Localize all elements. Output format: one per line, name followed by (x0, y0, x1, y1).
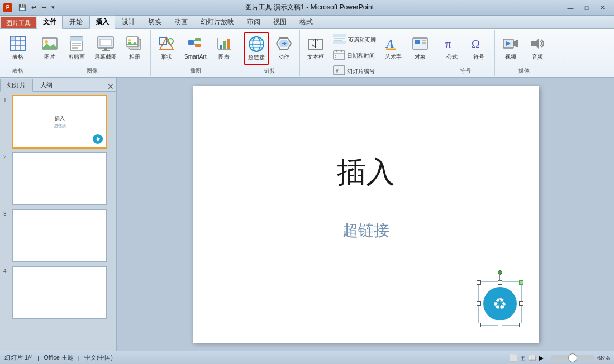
picture-button[interactable]: 图片 (37, 32, 62, 65)
group-illustration-label: 插图 (154, 66, 236, 75)
tab-outline[interactable]: 大纲 (33, 79, 60, 91)
recycle-circle: ♻ (483, 287, 517, 320)
wordart-button[interactable]: A 艺术字 (381, 32, 406, 65)
svg-rect-58 (334, 66, 345, 75)
textbox-button[interactable]: A 文本框 (303, 32, 328, 65)
tab-slides[interactable]: 幻灯片 (0, 79, 33, 92)
wordart-icon: A (384, 35, 402, 52)
handle-mr[interactable] (519, 301, 523, 306)
table-icon (9, 35, 27, 52)
audio-button[interactable]: 音频 (525, 32, 550, 65)
datetime-button[interactable]: 5 日期和时间 (330, 48, 379, 63)
slidenum-icon: # (333, 65, 345, 77)
svg-text:#: # (336, 68, 339, 74)
svg-text:5: 5 (335, 55, 336, 58)
zoom-level: 66% (597, 355, 610, 361)
recycle-icon-container[interactable]: ♻ (478, 281, 522, 326)
view-slide-sorter-button[interactable]: ⊞ (520, 354, 526, 362)
formula-button[interactable]: π 公式 (440, 32, 464, 65)
clipart-button[interactable]: 剪贴画 (64, 32, 89, 65)
symbol-icon: Ω (470, 35, 488, 52)
statusbar: 幻灯片 1/4 | Office 主题 | 中文(中国) ⬜ ⊞ 📖 ▶ 66% (0, 351, 614, 364)
svg-rect-20 (127, 37, 138, 47)
handle-tm[interactable] (498, 280, 502, 285)
zoom-slider[interactable] (550, 355, 595, 361)
slide-thumb-3: 3 (3, 209, 113, 262)
tab-format[interactable]: 格式 (293, 15, 319, 28)
close-button[interactable]: ✕ (595, 3, 611, 13)
svg-line-28 (194, 40, 195, 42)
slide-canvas[interactable]: 插入 超链接 ♻ (193, 86, 539, 343)
textbox-label: 文本框 (307, 54, 324, 60)
slide-thumb-img-4[interactable] (12, 266, 107, 319)
slide-num-2: 2 (3, 154, 10, 160)
datetime-icon: 5 (333, 50, 345, 61)
slide-thumb-img-2[interactable] (12, 152, 107, 205)
wordart-label: 艺术字 (385, 54, 402, 60)
group-media: 视频 音频 媒体 (495, 30, 553, 76)
slide-title: 插入 (337, 153, 395, 192)
handle-bm[interactable] (498, 323, 502, 327)
group-table-items: 表格 (6, 31, 30, 66)
tab-view[interactable]: 视图 (267, 15, 293, 28)
hyperlink-icon (247, 35, 265, 53)
undo-quick[interactable]: ↩ (30, 3, 38, 12)
slidenum-button[interactable]: # 幻灯片编号 (330, 64, 379, 79)
object-label: 对象 (415, 54, 426, 60)
tab-transition[interactable]: 切换 (142, 15, 168, 28)
hyperlink-button[interactable]: 超链接 (244, 32, 269, 65)
svg-text:Ω: Ω (472, 38, 480, 50)
action-button[interactable]: 动作 (272, 32, 296, 65)
tab-animation[interactable]: 动画 (168, 15, 194, 28)
tab-review[interactable]: 审阅 (241, 15, 266, 28)
window-controls: — □ ✕ (563, 3, 611, 13)
slide-thumb-img-3[interactable] (12, 209, 107, 262)
symbol-button[interactable]: Ω 符号 (467, 32, 491, 65)
object-icon (411, 35, 429, 52)
save-quick[interactable]: 💾 (17, 3, 28, 12)
handle-br[interactable] (519, 323, 523, 327)
svg-rect-27 (195, 44, 201, 47)
album-button[interactable]: 相册 (122, 32, 147, 65)
shape-button[interactable]: 形状 (154, 32, 179, 65)
view-normal-button[interactable]: ⬜ (510, 354, 518, 362)
group-table: 表格 表格 (2, 30, 34, 76)
tab-slideshow[interactable]: 幻灯片放映 (194, 15, 240, 28)
tab-pic-tools[interactable]: 图片工具 (1, 17, 36, 28)
video-button[interactable]: 视频 (498, 32, 523, 65)
close-panel-button[interactable]: ✕ (105, 82, 116, 91)
table-button[interactable]: 表格 (6, 32, 30, 65)
chart-button[interactable]: 图表 (212, 32, 236, 65)
tab-insert[interactable]: 插入 (89, 15, 115, 29)
handle-tr[interactable] (519, 280, 523, 285)
object-button[interactable]: 对象 (408, 32, 432, 65)
header-footer-button[interactable]: 页眉和页脚 (330, 32, 379, 47)
quick-access-toolbar: 💾 ↩ ↪ ▾ (17, 3, 56, 12)
view-slideshow-button[interactable]: ▶ (539, 354, 544, 362)
group-media-label: 媒体 (498, 66, 550, 75)
slide-thumb-img-1[interactable]: 插入 超链接 (12, 95, 107, 149)
view-reading-button[interactable]: 📖 (528, 354, 536, 362)
tab-file[interactable]: 文件 (37, 15, 63, 29)
handle-bl[interactable] (477, 323, 481, 327)
maximize-button[interactable]: □ (579, 3, 594, 13)
handle-ml[interactable] (477, 301, 481, 306)
redo-quick[interactable]: ↪ (40, 3, 48, 12)
titlebar: P 💾 ↩ ↪ ▾ 图片工具 演示文稿1 - Microsoft PowerPo… (0, 0, 614, 16)
slide-num-4: 4 (3, 268, 10, 274)
group-media-items: 视频 音频 (498, 31, 550, 66)
svg-rect-10 (70, 37, 83, 41)
video-label: 视频 (505, 54, 516, 60)
tab-design[interactable]: 设计 (116, 15, 141, 28)
tab-home[interactable]: 开始 (63, 15, 89, 28)
customize-quick[interactable]: ▾ (50, 3, 56, 12)
svg-text:π: π (445, 38, 451, 50)
svg-point-7 (45, 40, 48, 44)
group-text: A 文本框 页眉和页脚 (300, 30, 436, 76)
smartart-button[interactable]: SmartArt (181, 32, 210, 65)
minimize-button[interactable]: — (563, 3, 578, 13)
zoom-handle[interactable] (568, 353, 577, 362)
shape-icon (158, 35, 175, 52)
screenshot-button[interactable]: 屏幕截图 (91, 32, 120, 65)
handle-tl[interactable] (477, 280, 481, 285)
